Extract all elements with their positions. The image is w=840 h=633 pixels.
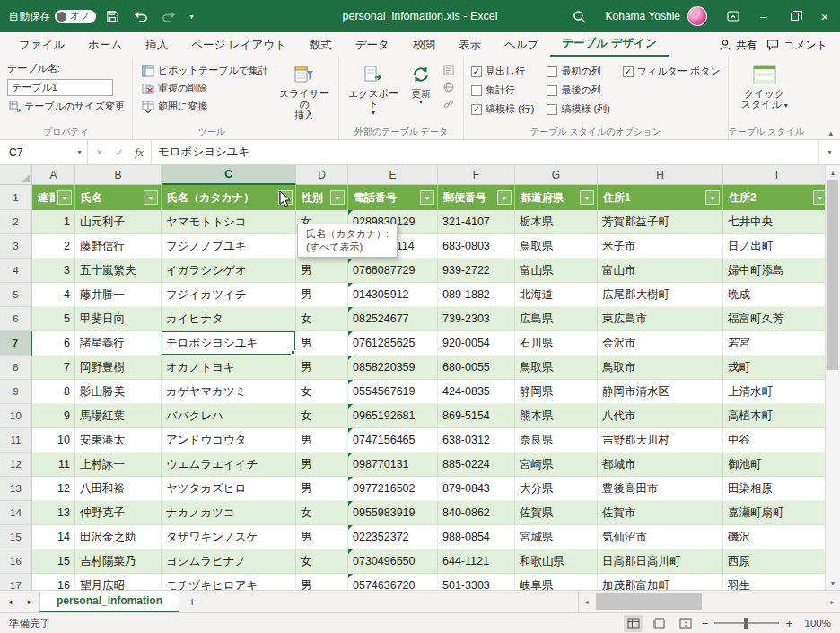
cell-I6[interactable]: 福富町久芳	[723, 307, 825, 331]
filter-button[interactable]: ▾	[705, 190, 720, 205]
row-header-15[interactable]: 15	[0, 525, 32, 549]
cell-G8[interactable]: 鳥取県	[515, 356, 598, 380]
cell-F11[interactable]: 638-0312	[438, 428, 515, 453]
cell-I4[interactable]: 婦中町添島	[723, 259, 825, 283]
cell-C5[interactable]: フジイカツイチ	[162, 283, 296, 307]
cell-G16[interactable]: 和歌山県	[515, 549, 598, 574]
cell-G17[interactable]: 岐阜県	[515, 574, 598, 590]
summarize-pivot-button[interactable]: ピボットテーブルで集計	[140, 63, 270, 78]
resize-table-button[interactable]: テーブルのサイズ変更	[7, 99, 127, 114]
option-banded-columns[interactable]: 縞模様 (列)	[547, 102, 609, 116]
cell-D9[interactable]: 女	[296, 380, 348, 404]
user-account[interactable]: Kohama Yoshie	[595, 6, 718, 26]
export-button[interactable]: エクスポート ▾	[346, 61, 400, 126]
table-header-cell[interactable]: 郵便番号▾	[438, 185, 515, 210]
cell-D16[interactable]: 女	[296, 549, 348, 574]
cell-I9[interactable]: 上清水町	[723, 380, 825, 404]
cell-E11[interactable]: 0747156465	[348, 428, 438, 453]
cell-C15[interactable]: タザワキンノスケ	[162, 525, 296, 549]
filter-button[interactable]: ▾	[420, 190, 434, 205]
cell-E4[interactable]: 0766087729	[348, 259, 438, 283]
cell-E13[interactable]: 0977216502	[348, 477, 438, 501]
row-header-16[interactable]: 16	[0, 549, 32, 574]
row-header-12[interactable]: 12	[0, 453, 32, 477]
cell-D14[interactable]: 女	[296, 501, 348, 525]
column-header-A[interactable]: A	[32, 165, 75, 185]
sheet-nav-right[interactable]: ▸	[20, 591, 39, 612]
share-button[interactable]: 共有	[719, 38, 757, 53]
row-header-9[interactable]: 9	[0, 380, 32, 404]
row-header-3[interactable]: 3	[0, 234, 32, 259]
cell-B10[interactable]: 馬場紅葉	[75, 404, 162, 428]
cell-G4[interactable]: 富山県	[515, 259, 598, 283]
remove-duplicates-button[interactable]: 重複の削除	[140, 81, 270, 96]
cell-C6[interactable]: カイヒナタ	[162, 307, 296, 331]
cell-G10[interactable]: 熊本県	[515, 404, 598, 428]
cell-E12[interactable]: 098770131	[348, 453, 438, 477]
table-header-cell[interactable]: 氏名（カタカナ）▾	[162, 185, 296, 210]
filter-button[interactable]: ▾	[497, 190, 512, 205]
tab-insert[interactable]: 挿入	[134, 32, 179, 57]
enter-button[interactable]: ✓	[109, 146, 129, 159]
quick-styles-button[interactable]: クイック スタイル ▾	[736, 61, 793, 126]
cell-E7[interactable]: 0761285625	[348, 331, 438, 356]
cell-A7[interactable]: 6	[32, 331, 75, 356]
ribbon-display-options-button[interactable]	[718, 0, 748, 32]
cell-C3[interactable]: フジノノブユキ	[162, 234, 296, 259]
cell-F8[interactable]: 680-0055	[438, 356, 515, 380]
cell-H6[interactable]: 東広島市	[598, 307, 723, 331]
horizontal-scroll-thumb[interactable]	[596, 593, 702, 610]
tab-help[interactable]: ヘルプ	[493, 32, 550, 57]
tab-review[interactable]: 校閲	[401, 32, 447, 57]
cell-B6[interactable]: 甲斐日向	[75, 307, 162, 331]
cell-B11[interactable]: 安東港太	[75, 428, 162, 453]
minimize-button[interactable]: –	[748, 0, 779, 32]
cell-F15[interactable]: 988-0854	[438, 525, 515, 549]
cell-A10[interactable]: 9	[32, 404, 75, 428]
name-box[interactable]: C7	[0, 140, 72, 164]
table-header-cell[interactable]: 住所2▾	[723, 185, 825, 210]
refresh-button[interactable]: 更新 ▾	[400, 61, 442, 126]
option-last-column[interactable]: 最後の列	[547, 84, 609, 97]
cell-A2[interactable]: 1	[32, 210, 75, 234]
cell-G13[interactable]: 大分県	[515, 477, 598, 501]
row-header-13[interactable]: 13	[0, 477, 32, 501]
row-header-2[interactable]: 2	[0, 210, 32, 234]
cell-H3[interactable]: 米子市	[598, 234, 723, 259]
redo-button[interactable]	[158, 4, 179, 28]
option-total-row[interactable]: 集計行	[471, 84, 534, 97]
cell-B2[interactable]: 山元利子	[75, 210, 162, 234]
cell-H8[interactable]: 鳥取市	[598, 356, 723, 380]
cell-B8[interactable]: 岡野豊樹	[75, 356, 162, 380]
cell-A13[interactable]: 12	[32, 477, 75, 501]
cell-I8[interactable]: 戎町	[723, 356, 825, 380]
view-page-break-button[interactable]	[676, 615, 696, 632]
tab-page-layout[interactable]: ページ レイアウト	[179, 32, 298, 57]
cell-A4[interactable]: 3	[32, 259, 75, 283]
cell-B15[interactable]: 田沢金之助	[75, 525, 162, 549]
table-header-cell[interactable]: 住所1▾	[598, 185, 723, 210]
cell-B13[interactable]: 八田和裕	[75, 477, 162, 501]
cell-A5[interactable]: 4	[32, 283, 75, 307]
cell-B4[interactable]: 五十嵐繁夫	[75, 259, 162, 283]
cell-A15[interactable]: 14	[32, 525, 75, 549]
cell-H2[interactable]: 芳賀郡益子町	[598, 210, 723, 234]
cell-H16[interactable]: 日高郡日高川町	[598, 549, 723, 574]
view-page-layout-button[interactable]	[650, 615, 669, 632]
zoom-in-button[interactable]: +	[785, 617, 792, 630]
row-header-14[interactable]: 14	[0, 501, 32, 525]
cell-G5[interactable]: 北海道	[515, 283, 598, 307]
horizontal-scrollbar[interactable]: ◂ ▸	[578, 591, 840, 612]
row-header-8[interactable]: 8	[0, 356, 32, 380]
option-banded-rows[interactable]: ✓縞模様 (行)	[471, 102, 534, 116]
cell-I10[interactable]: 高植本町	[723, 404, 825, 428]
cell-A9[interactable]: 8	[32, 380, 75, 404]
cell-B12[interactable]: 上村詠一	[75, 453, 162, 477]
cell-G7[interactable]: 石川県	[515, 331, 598, 356]
row-header-17[interactable]: 17	[0, 574, 32, 590]
cell-I11[interactable]: 中谷	[723, 428, 825, 453]
avatar[interactable]	[687, 6, 707, 26]
tab-data[interactable]: データ	[344, 32, 401, 57]
cell-A12[interactable]: 11	[32, 453, 75, 477]
cell-D13[interactable]: 男	[296, 477, 348, 501]
